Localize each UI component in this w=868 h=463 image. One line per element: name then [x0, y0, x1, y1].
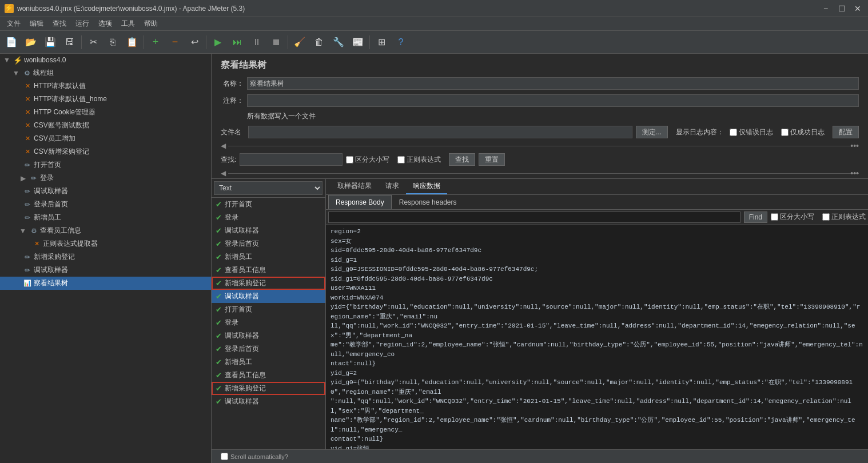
tb-template-btn[interactable]: 📰	[349, 33, 367, 51]
tab-response-headers[interactable]: Response headers	[392, 195, 464, 209]
tb-help-btn[interactable]: ?	[392, 33, 410, 51]
tb-undo-btn[interactable]: ↩	[185, 33, 204, 51]
success-log-checkbox[interactable]	[781, 129, 789, 136]
emp-group-expand-icon: ▼	[18, 226, 27, 236]
response-regex-label: 正则表达式	[831, 212, 866, 222]
sampler-emp-info2[interactable]: ✔ 查看员工信息	[212, 369, 325, 382]
tb-save-as-btn[interactable]: 💾	[41, 33, 59, 51]
menu-tools[interactable]: 工具	[117, 18, 140, 30]
tb-open-btn[interactable]: 📂	[22, 33, 40, 51]
menu-file[interactable]: 文件	[2, 18, 25, 30]
case-sensitive-checkbox[interactable]	[346, 156, 353, 163]
sampler-add-emp2[interactable]: ✔ 新增员工	[212, 356, 325, 369]
menu-run[interactable]: 运行	[71, 18, 94, 30]
sampler-emp-info-label: 查看员工信息	[225, 265, 266, 275]
sidebar-item-regex-extractor[interactable]: ✕ 正则表达式提取器	[0, 237, 211, 250]
tb-save-btn[interactable]: 🖫	[61, 33, 79, 51]
sidebar-item-http-defaults[interactable]: ✕ HTTP请求默认值	[0, 79, 211, 93]
tb-clear-btn[interactable]: 🧹	[290, 33, 309, 51]
tb-func-btn[interactable]: 🔧	[329, 33, 348, 51]
error-log-checkbox[interactable]	[730, 129, 737, 136]
sampler-login2[interactable]: ✔ 登录	[212, 316, 325, 329]
response-find-button[interactable]: Find	[744, 211, 767, 223]
name-label: 名称：	[221, 79, 244, 89]
tb-new-btn[interactable]: 📄	[2, 33, 21, 51]
sidebar-item-add-purchase[interactable]: ✏ 新增采购登记	[0, 250, 211, 264]
maximize-button[interactable]: ☐	[836, 3, 847, 14]
sampler-open-home2[interactable]: ✔ 打开首页	[212, 303, 325, 316]
check-icon-15: ✔	[214, 384, 223, 393]
sidebar-item-csv-account[interactable]: ✕ CSV账号测试数据	[0, 119, 211, 132]
tb-remove-btn[interactable]: −	[166, 33, 184, 51]
response-regex-checkbox[interactable]	[822, 213, 830, 221]
sidebar-item-debug1[interactable]: ✏ 调试取样器	[0, 185, 211, 198]
sidebar-item-thread-group[interactable]: ▼ ⚙ 线程组	[0, 66, 211, 79]
tb-start-no-pause-btn[interactable]: ⏭	[228, 33, 246, 51]
sampler-login-home[interactable]: ✔ 登录后首页	[212, 237, 325, 250]
sampler-debug1[interactable]: ✔ 调试取样器	[212, 224, 325, 237]
config-button[interactable]: 配置	[833, 126, 859, 138]
response-case-checkbox[interactable]	[771, 213, 778, 221]
search-input[interactable]	[240, 153, 343, 166]
menu-find[interactable]: 查找	[48, 18, 71, 30]
sidebar-item-login[interactable]: ▶ ✏ 登录	[0, 171, 211, 185]
tb-start-btn[interactable]: ▶	[209, 33, 227, 51]
sidebar-item-login-home[interactable]: ✏ 登录后首页	[0, 198, 211, 211]
results-tabs: 取样器结果 请求 响应数据	[326, 179, 868, 195]
tab-response-body[interactable]: Response Body	[328, 195, 392, 209]
sampler-add-purchase2[interactable]: ✔ 新增采购登记	[212, 382, 325, 395]
toolbar-separator-4	[288, 35, 288, 49]
scroll-auto-checkbox[interactable]	[221, 453, 228, 460]
reset-button[interactable]: 重置	[479, 153, 505, 166]
menu-options[interactable]: 选项	[94, 18, 117, 30]
sidebar-item-csv-employee[interactable]: ✕ CSV员工增加	[0, 132, 211, 145]
sidebar-item-results-tree[interactable]: 📊 察看结果树	[0, 277, 211, 290]
divider-dots-2: •••	[850, 169, 859, 178]
tab-request[interactable]: 请求	[379, 179, 406, 194]
tab-response-data[interactable]: 响应数据	[406, 179, 447, 194]
tb-add-btn[interactable]: +	[146, 33, 165, 51]
format-dropdown[interactable]: Text	[214, 181, 322, 195]
minimize-button[interactable]: −	[820, 3, 831, 14]
sampler-debug4[interactable]: ✔ 调试取样器	[212, 395, 325, 408]
tree-root[interactable]: ▼ ⚡ woniuboss4.0	[0, 54, 211, 66]
tb-table-btn[interactable]: ⊞	[372, 33, 391, 51]
tb-stop-btn[interactable]: ⏹	[267, 33, 285, 51]
tab-sampler-results[interactable]: 取样器结果	[331, 179, 379, 194]
sampler-login-home2[interactable]: ✔ 登录后首页	[212, 342, 325, 356]
sampler-emp-info2-label: 查看员工信息	[225, 370, 266, 380]
sampler-add-purchase1[interactable]: ✔ 新增采购登记	[212, 277, 325, 290]
http-defaults-icon: ✕	[23, 82, 32, 91]
file-input[interactable]	[248, 126, 632, 138]
tb-clear-all-btn[interactable]: 🗑	[310, 33, 328, 51]
sidebar-item-http-cookie[interactable]: ✕ HTTP Cookie管理器	[0, 106, 211, 119]
open-home-icon: ✏	[23, 161, 32, 170]
close-button[interactable]: ✕	[852, 3, 863, 14]
sidebar-item-debug2[interactable]: ✏ 调试取样器	[0, 264, 211, 277]
browse-button[interactable]: 测定...	[636, 126, 668, 138]
error-log-label: 仅错误日志	[739, 127, 773, 137]
http-defaults-home-label: HTTP请求默认值_home	[34, 94, 107, 104]
menu-help[interactable]: 帮助	[140, 18, 162, 30]
sampler-login[interactable]: ✔ 登录	[212, 211, 325, 224]
tb-copy-btn[interactable]: ⎘	[103, 33, 122, 51]
sidebar-item-employee-info-group[interactable]: ▼ ⚙ 查看员工信息	[0, 224, 211, 237]
sampler-debug3[interactable]: ✔ 调试取样器	[212, 329, 325, 342]
sidebar-item-http-defaults-home[interactable]: ✕ HTTP请求默认值_home	[0, 93, 211, 106]
sampler-open-home[interactable]: ✔ 打开首页	[212, 198, 325, 211]
response-search-input[interactable]	[328, 211, 740, 223]
comment-input[interactable]	[247, 94, 859, 107]
tb-cut-btn[interactable]: ✂	[84, 33, 102, 51]
find-button[interactable]: 查找	[449, 153, 475, 166]
tb-pause-btn[interactable]: ⏸	[248, 33, 266, 51]
sidebar-item-open-home[interactable]: ✏ 打开首页	[0, 158, 211, 171]
menu-edit[interactable]: 编辑	[25, 18, 48, 30]
sampler-add-emp[interactable]: ✔ 新增员工	[212, 250, 325, 264]
sampler-debug-sampler[interactable]: ✔ 调试取样器	[212, 290, 325, 303]
sidebar-item-csv-purchase[interactable]: ✕ CSV新增采购登记	[0, 145, 211, 158]
sampler-emp-info[interactable]: ✔ 查看员工信息	[212, 264, 325, 277]
name-input[interactable]	[247, 77, 859, 90]
sidebar-item-add-employee[interactable]: ✏ 新增员工	[0, 211, 211, 224]
regex-checkbox[interactable]	[397, 156, 405, 163]
tb-paste-btn[interactable]: 📋	[123, 33, 141, 51]
